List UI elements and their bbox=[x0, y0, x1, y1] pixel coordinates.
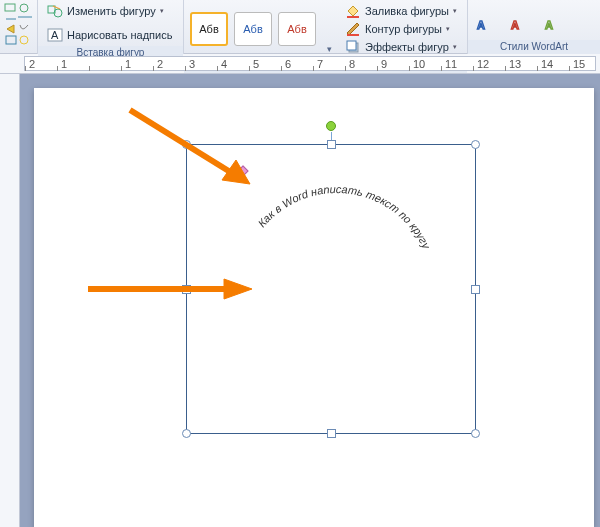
wordart-style-3[interactable]: A bbox=[542, 3, 574, 37]
svg-text:A: A bbox=[545, 19, 553, 31]
document-viewport[interactable]: Как в Word написать текст по кругу bbox=[20, 74, 600, 527]
edit-shape-button[interactable]: Изменить фигуру ▾ bbox=[44, 2, 167, 20]
pen-icon bbox=[345, 21, 361, 37]
shape-style-2[interactable]: Абв bbox=[234, 12, 272, 46]
group-insert-shapes: Изменить фигуру ▾ A Нарисовать надпись В… bbox=[38, 0, 184, 54]
group-shape-styles: Абв Абв Абв ▾ Заливка фигуры▾ Контур фиг… bbox=[184, 0, 468, 54]
shape-fill-label: Заливка фигуры bbox=[365, 5, 449, 17]
draw-textbox-label: Нарисовать надпись bbox=[67, 29, 172, 41]
svg-point-4 bbox=[20, 36, 28, 44]
shapes-thumbnails-icon[interactable] bbox=[4, 3, 34, 47]
wordart-style-1[interactable]: A bbox=[474, 3, 506, 37]
ribbon: Изменить фигуру ▾ A Нарисовать надпись В… bbox=[0, 0, 600, 54]
svg-line-16 bbox=[130, 110, 240, 178]
annotation-arrow-1 bbox=[122, 102, 272, 202]
shape-outline-button[interactable]: Контур фигуры▾ bbox=[342, 20, 460, 38]
document-area: Как в Word написать текст по кругу bbox=[0, 74, 600, 527]
edit-shape-label: Изменить фигуру bbox=[67, 5, 156, 17]
dropdown-icon: ▾ bbox=[160, 7, 164, 15]
bucket-icon bbox=[345, 3, 361, 19]
shapes-gallery bbox=[0, 0, 38, 54]
resize-handle-tm[interactable] bbox=[327, 140, 336, 149]
group-wordart-styles: A A A Стили WordArt bbox=[468, 0, 600, 54]
edit-shape-icon bbox=[47, 3, 63, 19]
shape-style-1[interactable]: Абв bbox=[190, 12, 228, 46]
svg-rect-12 bbox=[347, 41, 356, 50]
resize-handle-bl[interactable] bbox=[182, 429, 191, 438]
svg-rect-0 bbox=[5, 4, 15, 11]
svg-rect-3 bbox=[6, 36, 16, 44]
resize-handle-mr[interactable] bbox=[471, 285, 480, 294]
svg-text:A: A bbox=[511, 19, 519, 31]
textbox-icon: A bbox=[47, 27, 63, 43]
svg-marker-19 bbox=[224, 279, 252, 299]
wordart-style-2[interactable]: A bbox=[508, 3, 540, 37]
resize-handle-bm[interactable] bbox=[327, 429, 336, 438]
shape-effects-button[interactable]: Эффекты фигур▾ bbox=[342, 38, 460, 56]
rotation-handle[interactable] bbox=[326, 121, 336, 131]
shape-outline-label: Контур фигуры bbox=[365, 23, 442, 35]
ruler-vertical[interactable] bbox=[0, 74, 20, 527]
group-label-wordart: Стили WordArt bbox=[468, 40, 600, 54]
effects-icon bbox=[345, 39, 361, 55]
resize-handle-br[interactable] bbox=[471, 429, 480, 438]
draw-textbox-button[interactable]: A Нарисовать надпись bbox=[44, 26, 175, 44]
resize-handle-tr[interactable] bbox=[471, 140, 480, 149]
svg-rect-10 bbox=[347, 34, 359, 36]
annotation-arrow-2 bbox=[84, 274, 264, 304]
page[interactable]: Как в Word написать текст по кругу bbox=[34, 88, 594, 527]
svg-marker-2 bbox=[7, 25, 14, 33]
shape-fill-button[interactable]: Заливка фигуры▾ bbox=[342, 2, 460, 20]
svg-text:A: A bbox=[51, 29, 59, 41]
shape-effects-label: Эффекты фигур bbox=[365, 41, 449, 53]
ruler-scale: 2112345678910111213141516 bbox=[24, 56, 596, 71]
circular-text-content: Как в Word написать текст по кругу bbox=[255, 183, 433, 252]
svg-rect-9 bbox=[347, 16, 359, 18]
svg-text:A: A bbox=[477, 19, 485, 31]
style-gallery-more[interactable]: ▾ bbox=[322, 2, 336, 56]
svg-point-1 bbox=[20, 4, 28, 12]
shape-style-3[interactable]: Абв bbox=[278, 12, 316, 46]
